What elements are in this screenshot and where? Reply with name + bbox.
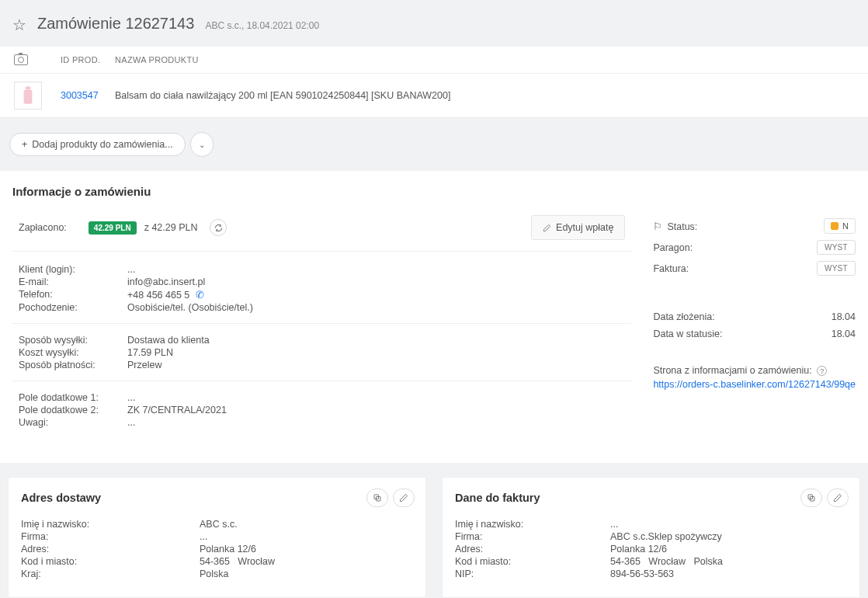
iv-zipcity-label: Kod i miasto: [455,556,610,567]
help-icon[interactable]: ? [817,366,827,376]
extra2-value: ZK 7/CENTRALA/2021 [127,405,625,415]
date-created-value: 18.04 [832,311,856,322]
iv-company-label: Firma: [455,531,610,542]
svg-rect-1 [24,90,33,104]
shipping-cost-label: Koszt wysyłki: [19,347,127,358]
product-header-row: ID PROD. NAZWA PRODUKTU [0,47,868,74]
add-products-dropdown[interactable]: ⌄ [190,132,214,157]
status-badge[interactable]: N [824,218,856,234]
invoice-label: Faktura: [653,263,816,274]
client-login-label: Klient (login): [19,264,127,275]
refresh-icon [214,224,223,232]
shipping-method-value: Dostawa do klienta [127,335,625,346]
iv-nip-value: 894-56-53-563 [610,568,674,579]
plus-icon: + [22,139,27,150]
da-country-label: Kraj: [21,568,200,579]
extra1-value: ... [127,392,625,403]
iv-zipcity-value: 54-365 Wrocław Polska [610,556,723,567]
da-address-label: Adres: [21,544,200,555]
copy-button[interactable] [800,488,822,507]
iv-company-value: ABC s.c.Sklep spożywczy [610,531,722,542]
paid-badge: 42.29 PLN [89,221,137,235]
da-zipcity-label: Kod i miasto: [21,556,200,567]
email-value: info@abc.insert.pl [127,276,625,287]
edit-button[interactable] [393,488,415,507]
section-title-order-info: Informacje o zamówieniu [12,185,856,198]
order-info-left: Zapłacono: 42.29 PLN z 42.29 PLN Edytuj … [12,215,631,444]
pencil-icon [399,493,408,502]
camera-icon [14,54,28,65]
product-name: Balsam do ciała nawilżający 200 ml [EAN … [115,90,854,101]
svg-rect-0 [25,86,30,90]
product-thumb[interactable] [14,82,42,110]
edit-button[interactable] [827,488,849,507]
delivery-address-card: Adres dostawy Imię i nazwisko:ABC s.c. F… [8,477,426,598]
product-id-link[interactable]: 3003547 [61,90,115,101]
da-company-label: Firma: [21,531,200,542]
notes-label: Uwagi: [19,417,127,428]
paid-total: z 42.29 PLN [144,222,198,233]
copy-button[interactable] [366,488,388,507]
client-login-value: ... [127,264,625,275]
payment-method-value: Przelew [127,360,625,370]
iv-address-label: Adres: [455,544,610,555]
edit-payment-label: Edytuj wpłatę [556,222,613,233]
copy-icon [807,493,816,502]
payment-method-label: Sposób płatności: [19,360,127,370]
invoice-data-card: Dane do faktury Imię i nazwisko:... Firm… [442,477,860,598]
client-info-block: Klient (login):... E-mail:info@abc.inser… [12,259,631,324]
invoice-card-title: Dane do faktury [455,492,847,504]
invoice-issue-button[interactable]: WYST [817,261,856,276]
da-country-value: Polska [200,568,229,579]
iv-name-label: Imię i nazwisko: [455,519,610,530]
date-status-value: 18.04 [832,329,856,339]
delivery-card-title: Adres dostawy [21,492,413,504]
origin-label: Pochodzenie: [19,302,127,313]
pencil-icon [543,224,551,232]
add-products-button[interactable]: + Dodaj produkty do zamówienia... [9,133,186,156]
product-row: 3003547 Balsam do ciała nawilżający 200 … [0,74,868,117]
iv-nip-label: NIP: [455,568,610,579]
order-info-right: ⚐Status: N Paragon: WYST Faktura: WYST D… [653,215,856,444]
status-dot-icon [831,222,838,230]
page-title: Zamówienie 12627143 [37,15,194,33]
da-zipcity-value: 54-365 Wrocław [200,556,275,567]
info-page-link[interactable]: https://orders-c.baselinker.com/12627143… [653,379,856,390]
info-page-label: Strona z informacjami o zamówieniu: [653,365,811,376]
col-header-id: ID PROD. [61,55,115,64]
page-header: ☆ Zamówienie 12627143 ABC s.c., 18.04.20… [0,0,868,47]
origin-value: Osobiście/tel. (Osobiście/tel.) [127,302,625,313]
receipt-issue-button[interactable]: WYST [817,240,856,255]
da-name-label: Imię i nazwisko: [21,519,200,530]
chevron-down-icon: ⌄ [199,141,205,149]
da-address-value: Polanka 12/6 [200,544,256,555]
order-info-section: Informacje o zamówieniu Zapłacono: 42.29… [0,171,868,463]
iv-address-value: Polanka 12/6 [610,544,667,555]
extra-info-block: Pole dodatkowe 1:... Pole dodatkowe 2:ZK… [12,388,631,438]
address-cards: Adres dostawy Imię i nazwisko:ABC s.c. F… [0,463,868,598]
paid-row: Zapłacono: 42.29 PLN z 42.29 PLN Edytuj … [12,215,631,252]
status-label: ⚐Status: [653,221,824,232]
phone-value: +48 456 465 5✆ [127,289,625,301]
page-subtitle: ABC s.c., 18.04.2021 02:00 [205,20,319,31]
add-products-label: Dodaj produkty do zamówienia... [32,139,172,150]
phone-label: Telefon: [19,289,127,301]
extra2-label: Pole dodatkowe 2: [19,405,127,415]
phone-icon[interactable]: ✆ [196,289,204,301]
product-table: ID PROD. NAZWA PRODUKTU 3003547 Balsam d… [0,47,868,118]
receipt-label: Paragon: [653,242,816,253]
email-label: E-mail: [19,276,127,287]
copy-icon [373,493,382,502]
star-icon[interactable]: ☆ [12,16,26,34]
edit-payment-button[interactable]: Edytuj wpłatę [531,215,625,240]
paid-label: Zapłacono: [19,222,67,233]
actions-row: + Dodaj produkty do zamówienia... ⌄ [0,118,868,171]
iv-name-value: ... [610,519,618,530]
da-name-value: ABC s.c. [200,519,238,530]
notes-value: ... [127,417,625,428]
extra1-label: Pole dodatkowe 1: [19,392,127,403]
shipping-method-label: Sposób wysyłki: [19,335,127,346]
date-status-label: Data w statusie: [653,329,831,339]
flag-icon: ⚐ [653,221,662,232]
refresh-button[interactable] [210,219,227,236]
